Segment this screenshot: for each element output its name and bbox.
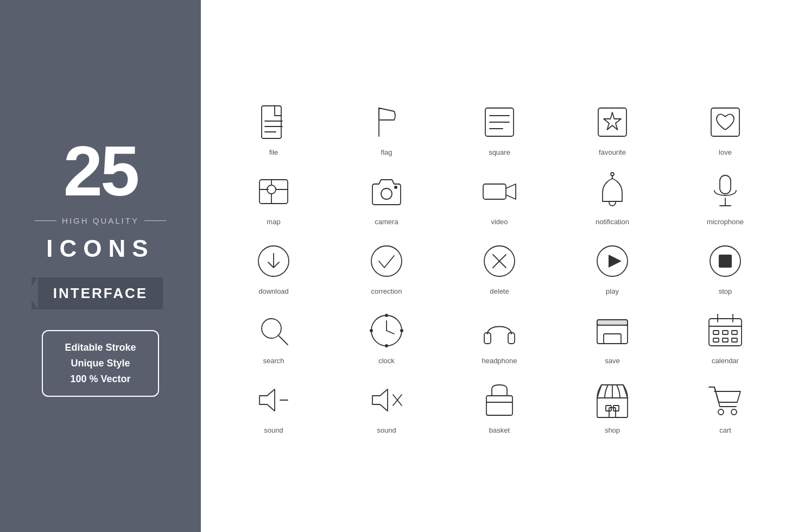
shop-label: shop xyxy=(605,426,620,434)
icon-favourite: favourite xyxy=(561,95,663,159)
love-label: love xyxy=(719,148,732,156)
map-label: map xyxy=(267,218,280,226)
svg-point-18 xyxy=(381,188,392,199)
icon-delete: delete xyxy=(448,234,550,298)
svg-marker-61 xyxy=(259,389,275,411)
icon-video: video xyxy=(448,164,550,229)
right-panel: file flag square favourite xyxy=(201,0,798,532)
icon-camera: camera xyxy=(335,164,438,229)
svg-rect-49 xyxy=(604,334,621,344)
features-box: Editable Stroke Unique Style 100 % Vecto… xyxy=(42,330,159,397)
icon-headphone: headphone xyxy=(448,303,550,368)
icon-download: download xyxy=(223,234,325,298)
svg-rect-12 xyxy=(259,180,288,204)
search-label: search xyxy=(263,357,284,365)
hq-label: HIGH QUALITY xyxy=(35,216,166,225)
svg-rect-60 xyxy=(732,338,737,342)
svg-rect-58 xyxy=(713,338,719,342)
svg-rect-66 xyxy=(486,396,512,415)
notification-label: notification xyxy=(596,218,629,226)
svg-rect-56 xyxy=(723,331,728,334)
svg-rect-11 xyxy=(711,108,739,136)
save-label: save xyxy=(605,357,619,365)
svg-point-44 xyxy=(400,329,403,332)
download-label: download xyxy=(258,287,289,295)
big-number: 25 xyxy=(64,136,138,206)
icons-label: ICONS xyxy=(46,235,154,262)
delete-label: delete xyxy=(490,287,509,295)
feature-1: Editable Stroke xyxy=(65,342,136,353)
icon-shop: shop xyxy=(561,373,663,437)
icon-clock: clock xyxy=(335,303,438,368)
file-label: file xyxy=(269,148,278,156)
svg-rect-45 xyxy=(484,333,491,344)
svg-rect-72 xyxy=(609,408,616,417)
correction-label: correction xyxy=(371,287,402,295)
icon-sound-minus: sound xyxy=(223,373,325,437)
svg-point-28 xyxy=(371,246,402,276)
square-label: square xyxy=(489,148,510,156)
svg-marker-63 xyxy=(372,389,388,411)
microphone-label: microphone xyxy=(707,218,744,226)
flag-label: flag xyxy=(381,148,392,156)
category-text: INTERFACE xyxy=(53,285,148,302)
icon-cart: cart xyxy=(674,373,776,437)
svg-rect-46 xyxy=(508,333,515,344)
svg-point-36 xyxy=(262,319,281,338)
svg-point-22 xyxy=(611,173,614,176)
svg-point-73 xyxy=(718,409,724,415)
cart-label: cart xyxy=(719,426,731,434)
svg-rect-20 xyxy=(483,184,506,199)
feature-3: 100 % Vector xyxy=(70,373,130,385)
icons-grid: file flag square favourite xyxy=(223,95,776,437)
svg-rect-55 xyxy=(713,331,719,334)
sound-minus-label: sound xyxy=(264,426,283,434)
svg-point-19 xyxy=(394,186,397,189)
icon-save: save xyxy=(561,303,663,368)
camera-label: camera xyxy=(375,218,398,226)
icon-sound-mute: sound xyxy=(335,373,438,437)
svg-rect-23 xyxy=(720,175,731,194)
icon-map: map xyxy=(223,164,325,229)
icon-stop: stop xyxy=(674,234,776,298)
svg-point-74 xyxy=(731,409,737,415)
icon-square: square xyxy=(448,95,550,159)
icon-love: love xyxy=(674,95,776,159)
svg-point-41 xyxy=(385,314,388,317)
svg-rect-48 xyxy=(597,320,628,325)
basket-label: basket xyxy=(489,426,510,434)
icon-flag: flag xyxy=(335,95,438,159)
svg-marker-10 xyxy=(604,112,621,130)
calendar-label: calendar xyxy=(712,357,739,365)
svg-rect-59 xyxy=(723,338,728,342)
video-label: video xyxy=(491,218,508,226)
clock-label: clock xyxy=(378,357,395,365)
svg-point-43 xyxy=(370,329,373,332)
left-panel: 25 HIGH QUALITY ICONS INTERFACE Editable… xyxy=(0,0,201,532)
svg-rect-57 xyxy=(732,331,737,334)
svg-marker-33 xyxy=(609,255,622,268)
play-label: play xyxy=(606,287,619,295)
icon-file: file xyxy=(223,95,325,159)
icon-microphone: microphone xyxy=(674,164,776,229)
icon-play: play xyxy=(561,234,663,298)
favourite-label: favourite xyxy=(599,148,626,156)
headphone-label: headphone xyxy=(482,357,517,365)
svg-rect-35 xyxy=(719,255,732,268)
svg-rect-0 xyxy=(262,106,281,138)
svg-line-40 xyxy=(387,331,394,334)
icon-calendar: calendar xyxy=(674,303,776,368)
icon-notification: notification xyxy=(561,164,663,229)
icon-correction: correction xyxy=(335,234,438,298)
stop-label: stop xyxy=(719,287,732,295)
svg-rect-71 xyxy=(613,406,619,411)
feature-2: Unique Style xyxy=(71,358,130,369)
sound-mute-label: sound xyxy=(377,426,396,434)
svg-point-42 xyxy=(385,344,388,347)
svg-rect-70 xyxy=(606,406,611,411)
icon-search: search xyxy=(223,303,325,368)
svg-line-37 xyxy=(279,336,288,345)
icon-basket: basket xyxy=(448,373,550,437)
category-banner: INTERFACE xyxy=(31,277,169,309)
